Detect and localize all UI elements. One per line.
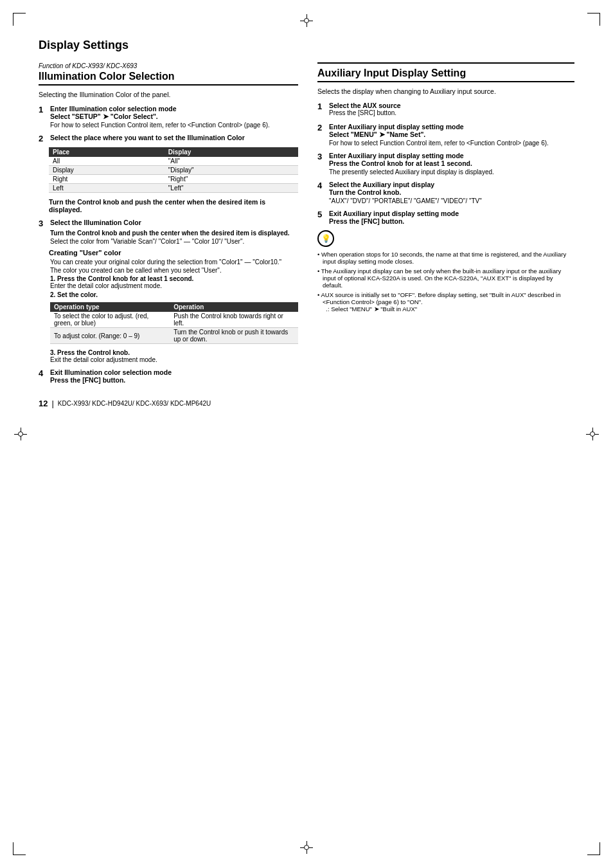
sub-step-2: 2. Set the color. Operation type Operati… (50, 291, 298, 344)
step-num-4-left: 4 (39, 368, 48, 384)
page-content: Display Settings Function of KDC-X993/ K… (0, 0, 613, 428)
step-3-sub: Select the color from "Variable Scan"/ "… (50, 238, 298, 245)
table-row: To adjust color. (Range: 0 – 9) Turn the… (50, 328, 298, 344)
footer-page-num: 12 (39, 399, 48, 408)
step-1-sub: For how to select Function Control item,… (50, 122, 298, 129)
r-step-num-4: 4 (317, 181, 326, 196)
left-step-2: 2 Select the place where you want to set… (39, 134, 298, 213)
table-row: To select the color to adjust. (red, gre… (50, 312, 298, 328)
function-label: Function of KDC-X993/ KDC-X693 (39, 62, 298, 69)
place-all: All (49, 157, 164, 166)
step-2-emphasis: Turn the Control knob and push the cente… (49, 198, 288, 213)
crosshair-right (586, 428, 599, 440)
r-step-5-bold: Exit Auxiliary input display setting mod… (329, 210, 459, 217)
sub-step-2-label: 2. Set the color. (50, 291, 98, 298)
r-step-3-sub-bold: Press the Control knob for at least 1 se… (329, 159, 472, 167)
step-3-sub-bold: Turn the Control knob and push the cente… (50, 230, 298, 237)
r-step-1-sub: Press the [SRC] button. (329, 109, 401, 116)
right-step-1: 1 Select the AUX source Press the [SRC] … (317, 102, 574, 118)
sub-step-3: 3. Press the Control knob. Exit the deta… (50, 349, 298, 363)
r-step-1-bold: Select the AUX source (329, 102, 401, 109)
r-step-2-sub-bold: Select "MENU" ➤ "Name Set". (329, 131, 464, 138)
left-step-4: 4 Exit Illumination color selection mode… (39, 368, 298, 384)
step-1-sub-bold: Select "SETUP" ➤ "Color Select". (50, 113, 177, 120)
creating-user-desc1: You can create your original color durin… (50, 258, 298, 266)
two-column-layout: Function of KDC-X993/ KDC-X693 Illuminat… (39, 62, 574, 389)
note-icon: 💡 (317, 230, 334, 247)
left-section-desc: Selecting the Illumination Color of the … (39, 91, 298, 98)
col-header-op: Operation (170, 302, 298, 312)
display-display: "Display" (164, 166, 298, 175)
r-step-2-sub: For how to select Function Control item,… (329, 140, 574, 147)
crosshair-left (14, 428, 27, 440)
table-row: All "All" (49, 157, 298, 166)
right-section-title: Auxiliary Input Display Setting (317, 68, 574, 82)
left-column: Function of KDC-X993/ KDC-X693 Illuminat… (39, 62, 298, 389)
display-left: "Left" (164, 184, 298, 193)
sub-step-1-label: 1. Press the Control knob for at least 1… (50, 275, 193, 282)
right-step-4: 4 Select the Auxiliary input display Tur… (317, 181, 574, 204)
note-1: • When operation stops for 10 seconds, t… (317, 251, 574, 265)
sub-step-3-desc: Exit the detail color adjustment mode. (50, 356, 157, 363)
step-4-sub-bold: Press the [FNC] button. (50, 376, 172, 384)
page-title: Display Settings (39, 39, 574, 55)
r-step-5-sub-bold: Press the [FNC] button. (329, 217, 459, 225)
r-step-num-3: 3 (317, 152, 326, 167)
col-header-op-type: Operation type (50, 302, 170, 312)
step-num-3: 3 (39, 219, 48, 228)
step-3-bold: Select the Illumination Color (50, 219, 141, 228)
note-2: • The Auxiliary input display can be set… (317, 267, 574, 289)
table-row: Right "Right" (49, 175, 298, 184)
display-all: "All" (164, 157, 298, 166)
right-divider (317, 62, 574, 64)
table-header-display: Display (164, 147, 298, 157)
left-section-title: Illumination Color Selection (39, 71, 298, 86)
table-row: Left "Left" (49, 184, 298, 193)
sub-step-1-desc: Enter the detail color adjustment mode. (50, 282, 162, 289)
op-1: Push the Control knob towards right or l… (170, 312, 298, 328)
note-icon-container: 💡 (317, 230, 574, 247)
right-step-3: 3 Enter Auxiliary input display setting … (317, 152, 574, 176)
place-display: Display (49, 166, 164, 175)
corner-mark-bl (13, 836, 32, 855)
color-table: Operation type Operation To select the c… (50, 302, 298, 344)
right-step-5: 5 Exit Auxiliary input display setting m… (317, 210, 574, 225)
left-step-1: 1 Enter Illumination color selection mod… (39, 105, 298, 129)
illumination-table: Place Display All "All" Display "Display… (49, 147, 298, 193)
footer: 12 | KDC-X993/ KDC-HD942U/ KDC-X693/ KDC… (39, 399, 211, 408)
r-step-num-2: 2 (317, 123, 326, 138)
right-step-2: 2 Enter Auxiliary input display setting … (317, 123, 574, 147)
step-2-bold: Select the place where you want to set t… (50, 134, 245, 143)
left-step-3: 3 Select the Illumination Color Turn the… (39, 219, 298, 363)
footer-divider: | (51, 399, 53, 408)
r-step-4-bold: Select the Auxiliary input display (329, 181, 434, 188)
creating-user-title: Creating "User" color (49, 249, 298, 257)
creating-user-desc2: The color you created can be called when… (50, 267, 298, 274)
op-type-1: To select the color to adjust. (red, gre… (50, 312, 170, 328)
sub-step-3-label: 3. Press the Control knob. (50, 349, 130, 356)
right-column: Auxiliary Input Display Setting Selects … (317, 62, 574, 389)
step-num-1: 1 (39, 105, 48, 120)
r-step-3-sub: The presently selected Auxiliary input d… (329, 168, 574, 176)
step-num-2: 2 (39, 134, 48, 143)
corner-mark-br (581, 836, 600, 855)
r-step-3-bold: Enter Auxiliary input display setting mo… (329, 152, 472, 159)
place-right: Right (49, 175, 164, 184)
footer-models: KDC-X993/ KDC-HD942U/ KDC-X693/ KDC-MP64… (58, 400, 211, 407)
op-type-2: To adjust color. (Range: 0 – 9) (50, 328, 170, 344)
r-step-4-sub-bold: Turn the Control knob. (329, 188, 434, 196)
sub-step-1: 1. Press the Control knob for at least 1… (50, 275, 298, 289)
op-2: Turn the Control knob or push it towards… (170, 328, 298, 344)
right-section-desc: Selects the display when changing to Aux… (317, 87, 574, 95)
table-row: Display "Display" (49, 166, 298, 175)
notes-section: 💡 • When operation stops for 10 seconds,… (317, 230, 574, 312)
note-3: • AUX source is initially set to "OFF". … (317, 291, 574, 312)
table-header-place: Place (49, 147, 164, 157)
display-right: "Right" (164, 175, 298, 184)
r-step-2-bold: Enter Auxiliary input display setting mo… (329, 123, 464, 131)
r-step-num-5: 5 (317, 210, 326, 225)
place-left: Left (49, 184, 164, 193)
step-4-bold: Exit Illumination color selection mode (50, 368, 172, 376)
crosshair-bottom (300, 841, 313, 854)
r-step-num-1: 1 (317, 102, 326, 118)
